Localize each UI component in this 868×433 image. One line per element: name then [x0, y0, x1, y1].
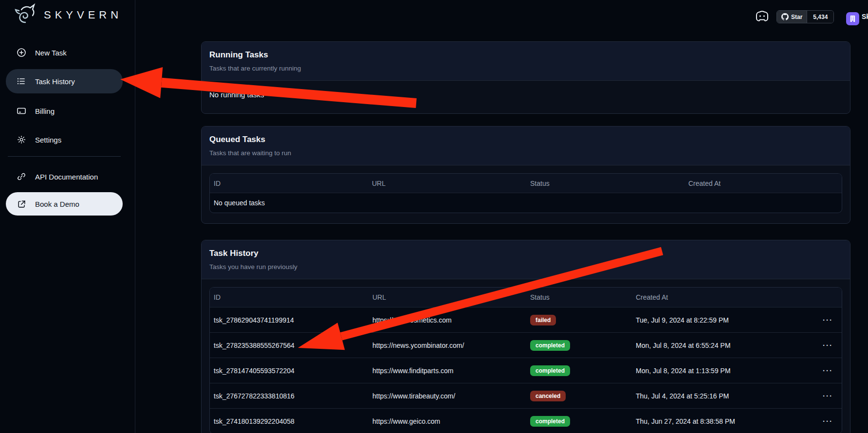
task-status-cell: completed	[526, 365, 632, 376]
github-star-count: 5,434	[807, 11, 833, 23]
link-icon	[17, 172, 26, 181]
column-header-created-at: Created At	[684, 180, 842, 187]
queued-tasks-table: ID URL Status Created At No queued tasks	[209, 173, 842, 213]
discord-icon[interactable]	[755, 10, 770, 22]
gear-icon	[17, 135, 26, 144]
book-a-demo-label: Book a Demo	[35, 200, 79, 208]
sidebar-item-label: Billing	[35, 107, 55, 115]
task-url-cell: https://tartecosmetics.com	[369, 316, 526, 324]
brand-logo: SKYVERN	[13, 3, 122, 27]
task-id-cell: tsk_276727822333810816	[210, 392, 369, 400]
task-created-at-cell: Thu, Jul 4, 2024 at 5:25:16 PM	[632, 392, 804, 400]
sidebar-item-settings[interactable]: Settings	[6, 129, 123, 150]
github-star-label: Star	[791, 14, 802, 20]
org-avatar[interactable]	[846, 12, 859, 25]
task-history-row[interactable]: tsk_278235388555267564https://news.ycomb…	[210, 332, 842, 358]
task-history-row[interactable]: tsk_278629043741199914https://tartecosme…	[210, 307, 842, 332]
sidebar-item-label: New Task	[35, 49, 67, 57]
task-created-at-cell: Mon, Jul 8, 2024 at 6:55:24 PM	[632, 342, 804, 349]
task-history-card: Task History Tasks you have run previous…	[201, 240, 850, 433]
list-icon	[17, 76, 26, 86]
book-a-demo-button[interactable]: Book a Demo	[6, 192, 123, 216]
dragon-logo-icon	[13, 3, 38, 27]
task-created-at-cell: Tue, Jul 9, 2024 at 8:22:59 PM	[632, 316, 804, 324]
task-history-table: ID URL Status Created At tsk_27862904374…	[209, 287, 842, 433]
column-header-status: Status	[526, 180, 684, 187]
sidebar-item-label: API Documentation	[35, 173, 98, 181]
card-subtitle: Tasks that are waiting to run	[209, 149, 842, 165]
github-icon	[781, 13, 789, 20]
org-name-clipped: Sk	[862, 13, 868, 20]
column-header-url: URL	[368, 180, 526, 187]
empty-row: No queued tasks	[210, 193, 842, 213]
sidebar-item-label: Task History	[35, 77, 75, 86]
brand-name: SKYVERN	[44, 9, 122, 21]
row-actions-button[interactable]: ···	[804, 417, 842, 425]
task-url-cell: https://www.finditparts.com	[369, 367, 526, 375]
task-id-cell: tsk_278629043741199914	[210, 316, 369, 324]
credit-card-icon	[17, 106, 26, 116]
task-created-at-cell: Mon, Jul 8, 2024 at 1:13:59 PM	[632, 367, 804, 375]
sidebar-divider	[8, 156, 121, 157]
task-history-row[interactable]: tsk_278147405593572204https://www.findit…	[210, 358, 842, 383]
column-header-id: ID	[210, 293, 369, 301]
card-subtitle: Tasks you have run previously	[209, 263, 842, 279]
external-link-icon	[17, 199, 26, 209]
status-badge: canceled	[530, 391, 566, 401]
sidebar-item-api-documentation[interactable]: API Documentation	[6, 166, 123, 187]
card-title: Queued Tasks	[209, 135, 842, 144]
task-created-at-cell: Thu, Jun 27, 2024 at 8:38:58 PM	[632, 417, 804, 425]
building-icon	[849, 15, 856, 22]
running-tasks-card: Running Tasks Tasks that are currently r…	[201, 41, 850, 114]
plus-circle-icon	[17, 48, 26, 57]
task-status-cell: canceled	[526, 391, 632, 401]
card-title: Task History	[209, 249, 842, 258]
task-status-cell: failed	[526, 315, 632, 325]
sidebar-item-label: Settings	[35, 136, 61, 144]
column-header-id: ID	[210, 180, 368, 187]
no-queued-tasks-text: No queued tasks	[210, 199, 842, 207]
task-url-cell: https://news.ycombinator.com/	[369, 342, 526, 349]
row-actions-button[interactable]: ···	[804, 392, 842, 400]
task-status-cell: completed	[526, 340, 632, 351]
table-header-row: ID URL Status Created At	[210, 174, 842, 193]
task-status-cell: completed	[526, 416, 632, 427]
running-tasks-header: Running Tasks Tasks that are currently r…	[202, 42, 850, 81]
task-url-cell: https://www.geico.com	[369, 417, 526, 425]
task-history-row[interactable]: tsk_274180139292204058https://www.geico.…	[210, 408, 842, 433]
column-header-status: Status	[526, 293, 632, 301]
sidebar-item-task-history[interactable]: Task History	[6, 69, 123, 93]
row-actions-button[interactable]: ···	[804, 316, 842, 324]
column-header-url: URL	[369, 293, 526, 301]
task-history-row[interactable]: tsk_276727822333810816https://www.tirabe…	[210, 383, 842, 408]
column-header-created-at: Created At	[632, 293, 804, 301]
task-id-cell: tsk_278147405593572204	[210, 367, 369, 375]
card-subtitle: Tasks that are currently running	[209, 65, 842, 80]
card-title: Running Tasks	[209, 50, 842, 60]
row-actions-button[interactable]: ···	[804, 366, 842, 375]
table-header-row: ID URL Status Created At	[210, 288, 842, 307]
status-badge: completed	[530, 416, 570, 427]
task-history-header: Task History Tasks you have run previous…	[202, 240, 850, 279]
status-badge: completed	[530, 340, 570, 351]
task-id-cell: tsk_274180139292204058	[210, 417, 369, 425]
row-actions-button[interactable]: ···	[804, 341, 842, 349]
queued-tasks-card: Queued Tasks Tasks that are waiting to r…	[201, 126, 850, 224]
no-running-tasks-text: No running tasks	[202, 81, 850, 99]
status-badge: failed	[530, 315, 556, 325]
sidebar: SKYVERN New Task Task History Billing Se…	[0, 0, 135, 433]
github-star-button[interactable]: Star 5,434	[776, 10, 834, 23]
sidebar-item-new-task[interactable]: New Task	[6, 42, 123, 63]
sidebar-item-billing[interactable]: Billing	[6, 100, 123, 122]
status-badge: completed	[530, 365, 570, 376]
queued-tasks-header: Queued Tasks Tasks that are waiting to r…	[202, 126, 850, 165]
task-id-cell: tsk_278235388555267564	[210, 342, 369, 349]
task-url-cell: https://www.tirabeauty.com/	[369, 392, 526, 400]
